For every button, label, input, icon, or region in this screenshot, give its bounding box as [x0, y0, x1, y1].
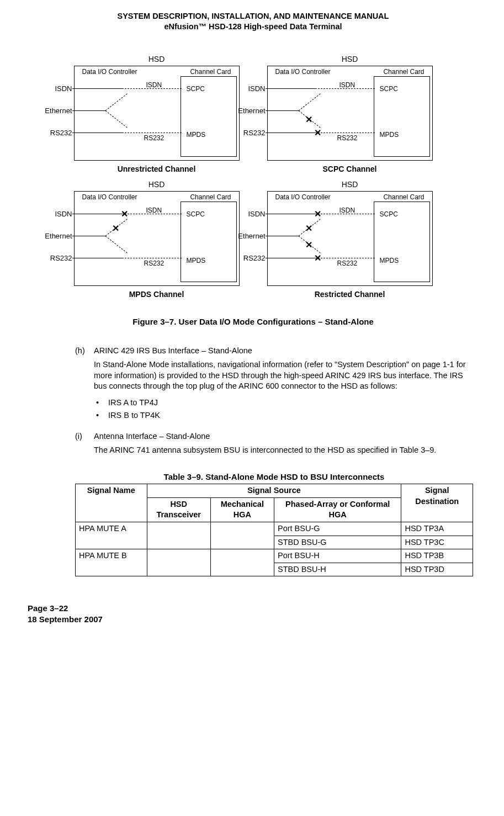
bullet-row: • IRS A to TP4J: [94, 398, 473, 409]
blocked-icon: ✕: [314, 208, 321, 220]
cell-dest: HSD TP3B: [401, 549, 473, 563]
page-number: Page 3–22: [28, 603, 479, 614]
blocked-icon: ✕: [314, 127, 321, 139]
isdn-ext-label: ISDN: [45, 84, 72, 94]
cell-mech-hga: [210, 522, 274, 549]
th-mechanical-hga: Mechanical HGA: [210, 497, 274, 522]
rs232-ext-label: RS232: [45, 253, 72, 263]
diagram-mpds: HSD Data I/O Controller Channel Card SCP…: [74, 179, 240, 300]
list-item-i: (i) Antenna Interface – Stand-Alone The …: [75, 431, 473, 462]
hsd-label: HSD: [267, 179, 433, 190]
figure-grid: HSD Data I/O Controller Channel Card SCP…: [74, 54, 433, 300]
cell-phased: STBD BSU-H: [274, 563, 401, 576]
rs232-mid-label: RS232: [337, 259, 358, 268]
table-caption: Table 3–9. Stand-Alone Mode HSD to BSU I…: [75, 471, 473, 483]
cell-dest: HSD TP3A: [401, 522, 473, 536]
ethernet-ext-label: Ethernet: [45, 106, 72, 116]
item-h-paragraph: In Stand-Alone Mode installations, navig…: [94, 359, 473, 392]
hsd-label: HSD: [74, 179, 240, 190]
isdn-mid-label: ISDN: [146, 206, 162, 215]
channel-card-label: Channel Card: [190, 67, 231, 76]
mpds-label: MPDS: [380, 130, 399, 139]
rs232-ext-label: RS232: [45, 128, 72, 138]
table-row: HPA MUTE B Port BSU-H HSD TP3B: [76, 549, 473, 563]
caption-restricted: Restricted Channel: [267, 289, 433, 300]
ethernet-ext-label: Ethernet: [45, 231, 72, 241]
rs232-mid-label: RS232: [144, 259, 165, 268]
hsd-label: HSD: [267, 54, 433, 65]
cell-mech-hga: [210, 549, 274, 576]
channel-card-label: Channel Card: [383, 67, 424, 76]
ethernet-ext-label: Ethernet: [238, 231, 266, 241]
th-signal-name: Signal Name: [76, 484, 147, 522]
mpds-label: MPDS: [380, 256, 399, 265]
cell-signal-name: HPA MUTE A: [76, 522, 147, 549]
item-marker: (h): [75, 346, 94, 428]
diagram-unrestricted: HSD Data I/O Controller Channel Card SCP…: [74, 54, 240, 174]
bullet-row: • IRS B to TP4K: [94, 410, 473, 421]
hsd-label: HSD: [74, 54, 240, 65]
th-phased-array: Phased-Array or Conformal HGA: [274, 497, 401, 522]
scpc-label: SCPC: [380, 210, 398, 219]
cell-phased: Port BSU-G: [274, 522, 401, 536]
cell-phased: STBD BSU-G: [274, 536, 401, 549]
cell-signal-name: HPA MUTE B: [76, 549, 147, 576]
th-hsd-transceiver: HSD Transceiver: [147, 497, 210, 522]
page-date: 18 September 2007: [28, 614, 479, 625]
rs232-mid-label: RS232: [337, 134, 358, 142]
io-controller-label: Data I/O Controller: [275, 67, 331, 76]
rs232-ext-label: RS232: [238, 128, 266, 138]
caption-unrestricted: Unrestricted Channel: [74, 164, 240, 174]
isdn-mid-label: ISDN: [146, 81, 162, 89]
isdn-ext-label: ISDN: [45, 209, 72, 219]
blocked-icon: ✕: [314, 252, 321, 264]
doc-title-1: SYSTEM DESCRIPTION, INSTALLATION, AND MA…: [28, 11, 479, 22]
cell-phased: Port BSU-H: [274, 549, 401, 563]
blocked-icon: ✕: [112, 222, 119, 235]
diagram-scpc: HSD Data I/O Controller Channel Card SCP…: [267, 54, 433, 174]
mpds-label: MPDS: [187, 256, 206, 265]
table-row: HPA MUTE A Port BSU-G HSD TP3A: [76, 522, 473, 536]
ethernet-ext-label: Ethernet: [238, 106, 266, 116]
scpc-label: SCPC: [380, 84, 398, 93]
interconnects-table: Signal Name Signal Source Signal Destina…: [75, 484, 473, 576]
item-marker: (i): [75, 431, 94, 462]
channel-card-label: Channel Card: [190, 193, 231, 202]
caption-scpc: SCPC Channel: [267, 164, 433, 174]
rs232-mid-label: RS232: [144, 134, 165, 142]
cell-dest: HSD TP3D: [401, 563, 473, 576]
io-controller-label: Data I/O Controller: [82, 193, 137, 202]
isdn-mid-label: ISDN: [339, 206, 356, 215]
bullet-text: IRS B to TP4K: [108, 410, 160, 421]
isdn-mid-label: ISDN: [339, 81, 356, 89]
mpds-label: MPDS: [187, 130, 206, 139]
cell-dest: HSD TP3C: [401, 536, 473, 549]
item-i-paragraph: The ARINC 741 antenna subsystem BSU is i…: [94, 445, 473, 456]
blocked-icon: ✕: [121, 208, 128, 220]
isdn-ext-label: ISDN: [238, 209, 266, 219]
io-controller-label: Data I/O Controller: [82, 67, 137, 76]
bullet-dot: •: [94, 398, 108, 409]
cell-hsd-trans: [147, 549, 210, 576]
doc-title-2: eNfusion™ HSD-128 High-speed Data Termin…: [28, 22, 479, 32]
channel-card-label: Channel Card: [383, 193, 424, 202]
figure-caption: Figure 3–7. User Data I/O Mode Configura…: [28, 316, 479, 327]
doc-header: SYSTEM DESCRIPTION, INSTALLATION, AND MA…: [28, 11, 479, 32]
page-footer: Page 3–22 18 September 2007: [28, 603, 479, 626]
bullet-text: IRS A to TP4J: [108, 398, 158, 409]
item-i-title: Antenna Interface – Stand-Alone: [94, 431, 473, 442]
rs232-ext-label: RS232: [238, 253, 266, 263]
isdn-ext-label: ISDN: [238, 84, 266, 94]
blocked-icon: ✕: [305, 222, 312, 235]
th-signal-destination: Signal Destination: [401, 484, 473, 522]
diagram-restricted: HSD Data I/O Controller Channel Card SCP…: [267, 179, 433, 300]
caption-mpds: MPDS Channel: [74, 289, 240, 300]
list-item-h: (h) ARINC 429 IRS Bus Interface – Stand-…: [75, 346, 473, 428]
blocked-icon: ✕: [305, 114, 312, 126]
scpc-label: SCPC: [187, 84, 205, 93]
scpc-label: SCPC: [187, 210, 205, 219]
io-controller-label: Data I/O Controller: [275, 193, 331, 202]
item-h-title: ARINC 429 IRS Bus Interface – Stand-Alon…: [94, 346, 473, 357]
cell-hsd-trans: [147, 522, 210, 549]
th-signal-source: Signal Source: [147, 484, 401, 498]
